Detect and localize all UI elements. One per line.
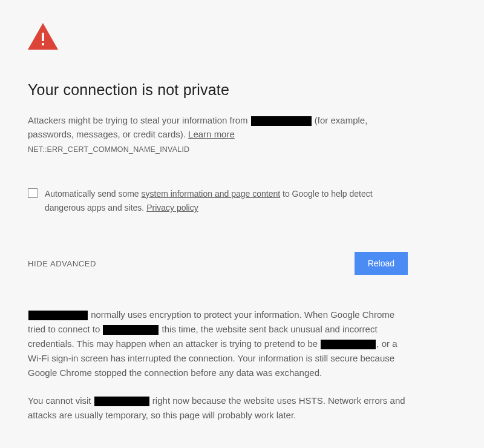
desc-part1: Attackers might be trying to steal your … (28, 115, 247, 125)
learn-more-link[interactable]: Learn more (188, 129, 235, 139)
warning-triangle-icon (28, 23, 58, 50)
reporting-checkbox-label: Automatically send some system informati… (45, 187, 408, 216)
redacted-hostname (321, 340, 376, 349)
svg-rect-1 (42, 33, 44, 41)
advanced-paragraph-1: normally uses encryption to protect your… (28, 308, 408, 380)
redacted-hostname (28, 311, 88, 320)
adv2-t1: You cannot visit (28, 395, 91, 406)
warning-icon-container (28, 23, 408, 52)
hide-advanced-button[interactable]: HIDE ADVANCED (28, 259, 96, 268)
page-heading: Your connection is not private (28, 81, 408, 99)
svg-rect-2 (42, 43, 44, 45)
error-code: NET::ERR_CERT_COMMON_NAME_INVALID (28, 145, 408, 154)
reload-button[interactable]: Reload (355, 252, 408, 275)
ssl-error-page: Your connection is not private Attackers… (0, 0, 436, 448)
privacy-policy-link[interactable]: Privacy policy (146, 203, 198, 212)
system-info-link[interactable]: system information and page content (142, 189, 281, 199)
redacted-hostname (103, 325, 159, 335)
actions-row: HIDE ADVANCED Reload (28, 252, 408, 275)
redacted-hostname (251, 116, 312, 126)
reporting-checkbox[interactable] (28, 188, 38, 198)
chk-t1: Automatically send some (45, 189, 142, 199)
redacted-hostname (94, 397, 149, 406)
advanced-section: normally uses encryption to protect your… (28, 308, 408, 423)
advanced-paragraph-2: You cannot visit right now because the w… (28, 394, 408, 423)
reporting-checkbox-row: Automatically send some system informati… (28, 187, 408, 216)
description-text: Attackers might be trying to steal your … (28, 113, 408, 142)
